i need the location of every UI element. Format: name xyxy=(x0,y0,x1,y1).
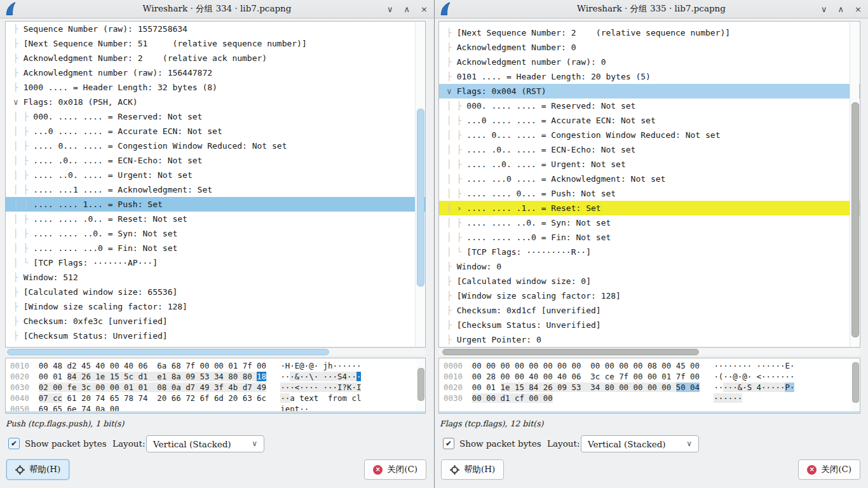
close-button[interactable]: × 关闭(C) xyxy=(798,459,860,480)
tree-row[interactable]: │ ├ .... 0... .... = Congestion Window R… xyxy=(6,139,425,153)
hex-vertical-scrollbar-thumb[interactable] xyxy=(852,362,859,403)
help-button[interactable]: 帮助(H) xyxy=(6,459,69,480)
tree-row[interactable]: │ └ [TCP Flags: ·······AP···] xyxy=(6,255,425,270)
window-title: Wireshark · 分组 334 · lib7.pcapng xyxy=(0,3,434,15)
hex-row[interactable]: 0010 00 48 d2 45 40 00 40 06 6a 68 7f 00… xyxy=(10,360,425,371)
tree-row[interactable]: │ ├ .... .... ...0 = Fin: Not set xyxy=(439,230,860,245)
tree-row[interactable]: ├ [Next Sequence Number: 2 (relative seq… xyxy=(439,25,860,40)
tree-row[interactable]: │ ├ .... .... ..0. = Syn: Not set xyxy=(6,226,425,241)
hex-offset: 0010 xyxy=(444,372,463,381)
close-button[interactable]: × 关闭(C) xyxy=(364,459,426,480)
hex-offset: 0030 xyxy=(444,393,463,403)
tree-row[interactable]: ├ Window: 0 xyxy=(439,259,860,274)
shade-window-icon[interactable]: ∨ xyxy=(821,5,827,13)
tree-row[interactable]: ├ 0101 .... = Header Length: 20 bytes (5… xyxy=(439,69,860,84)
window-title: Wireshark · 分组 335 · lib7.pcapng xyxy=(435,3,868,15)
tree-row[interactable]: ├ Sequence Number (raw): 1557258634 xyxy=(6,22,425,36)
tree-row[interactable]: │ ├ ...0 .... .... = Accurate ECN: Not s… xyxy=(439,113,860,128)
maximize-window-icon[interactable]: ∧ xyxy=(838,5,844,13)
tree-scrollbar-track xyxy=(850,22,859,346)
tree-row[interactable]: │ ├ ...0 .... .... = Accurate ECN: Not s… xyxy=(6,124,425,139)
tree-vertical-scrollbar-thumb[interactable] xyxy=(851,102,859,337)
hex-row[interactable]: 0020 00 01 84 26 1e 15 5c d1 e1 8a 09 53… xyxy=(10,371,425,382)
packet-detail-tree[interactable]: ├ Sequence Number (raw): 1557258634├ [Ne… xyxy=(5,21,426,348)
tree-row[interactable]: ├ Acknowledgment number (raw): 0 xyxy=(439,55,860,69)
tree-row[interactable]: ├ [Window size scaling factor: 128] xyxy=(439,288,860,303)
wireshark-packet-334-dialog: Wireshark · 分组 334 · lib7.pcapng ∨ ∧ × ├… xyxy=(0,0,434,488)
layout-select[interactable]: Vertical (Stacked) ∨ xyxy=(581,435,699,452)
hex-row[interactable]: 0010 00 28 00 00 40 00 40 06 3c ce 7f 00… xyxy=(444,371,860,382)
chevron-down-icon: ∨ xyxy=(252,439,257,448)
help-button[interactable]: 帮助(H) xyxy=(441,459,504,480)
hex-row[interactable]: 0000 00 00 00 00 00 00 00 00 00 00 00 00… xyxy=(444,360,860,371)
tree-row[interactable]: │ ├ .... ...0 .... = Acknowledgment: Not… xyxy=(439,172,860,186)
tree-row[interactable]: │ ├ .... .... ...0 = Fin: Not set xyxy=(6,241,425,255)
tree-row[interactable]: ├ [Checksum Status: Unverified] xyxy=(439,318,860,332)
tree-row[interactable]: ├ Acknowledgment Number: 0 xyxy=(439,40,860,55)
close-window-icon[interactable]: × xyxy=(421,5,428,13)
tree-row[interactable]: ∨ Flags: 0x004 (RST) xyxy=(439,84,860,98)
tree-row[interactable]: │ ├ 000. .... .... = Reserved: Not set xyxy=(439,98,860,113)
tree-row[interactable]: │ › .... .... .1.. = Reset: Set xyxy=(439,201,860,215)
tree-row[interactable]: │ ├ .... 0... .... = Congestion Window R… xyxy=(439,128,860,142)
hex-offset: 0040 xyxy=(10,393,29,403)
hex-row[interactable]: 0030 02 00 fe 3c 00 00 01 01 08 0a d7 49… xyxy=(10,382,425,393)
tree-row[interactable]: ├ [Next Sequence Number: 51 (relative se… xyxy=(6,36,425,51)
show-packet-bytes-checkbox[interactable]: ✔ xyxy=(8,438,20,449)
hex-row[interactable]: 0020 00 01 1e 15 84 26 09 53 34 80 00 00… xyxy=(444,382,860,393)
titlebar[interactable]: Wireshark · 分组 334 · lib7.pcapng ∨ ∧ × xyxy=(0,0,434,18)
tree-horizontal-scrollbar-track xyxy=(5,349,426,355)
layout-label: Layout: xyxy=(547,438,580,449)
help-icon xyxy=(15,465,25,475)
titlebar[interactable]: Wireshark · 分组 335 · lib7.pcapng ∨ ∧ × xyxy=(435,0,868,18)
hex-horizontal-scrollbar[interactable] xyxy=(439,411,860,413)
tree-row[interactable]: ├ Acknowledgment number (raw): 156447872 xyxy=(6,65,425,80)
tree-row[interactable]: │ └ [TCP Flags: ·········R··] xyxy=(439,245,860,259)
layout-select[interactable]: Vertical (Stacked) ∨ xyxy=(146,435,264,452)
tree-row[interactable]: ├ [Window size scaling factor: 128] xyxy=(6,299,425,314)
tree-row[interactable]: ├ Checksum: 0xfe3c [unverified] xyxy=(6,314,425,329)
layout-select-value: Vertical (Stacked) xyxy=(153,439,231,449)
tree-row[interactable]: │ ├ 000. .... .... = Reserved: Not set xyxy=(6,109,425,124)
tree-row[interactable]: ├ [Calculated window size: 65536] xyxy=(6,285,425,299)
tree-scrollbar-track xyxy=(415,22,424,346)
field-info-text: Flags (tcp.flags), 12 bit(s) xyxy=(440,419,544,428)
hex-vertical-scrollbar-thumb[interactable] xyxy=(417,368,424,401)
close-window-icon[interactable]: × xyxy=(855,5,862,13)
tree-row[interactable]: │ ├ .... .... 0... = Push: Not set xyxy=(439,186,860,201)
tree-row[interactable]: ├ [Calculated window size: 0] xyxy=(439,274,860,288)
tree-vertical-scrollbar-thumb[interactable] xyxy=(417,109,424,287)
tree-horizontal-scrollbar-thumb[interactable] xyxy=(7,349,329,355)
hex-offset: 0020 xyxy=(10,372,29,381)
tree-row[interactable]: │ ├ .... .0.. .... = ECN-Echo: Not set xyxy=(6,153,425,168)
packet-detail-tree[interactable]: ├ [Next Sequence Number: 2 (relative seq… xyxy=(438,21,860,348)
tree-row[interactable]: │ ├ .... ..0. .... = Urgent: Not set xyxy=(6,168,425,182)
hex-offset: 0020 xyxy=(444,383,463,392)
tree-row[interactable]: │ ├ .... ..0. .... = Urgent: Not set xyxy=(439,157,860,172)
layout-select-value: Vertical (Stacked) xyxy=(588,439,666,449)
tree-row[interactable]: │ ├ .... .0.. .... = ECN-Echo: Not set xyxy=(439,142,860,157)
tree-row[interactable]: ∨ Flags: 0x018 (PSH, ACK) xyxy=(6,95,425,109)
show-packet-bytes-label: Show packet bytes xyxy=(25,438,107,449)
tree-row[interactable]: │ ├ .... .... ..0. = Syn: Not set xyxy=(439,215,860,230)
hex-row[interactable]: 0030 00 00 d1 cf 00 00 ······ xyxy=(444,393,860,403)
show-packet-bytes-checkbox[interactable]: ✔ xyxy=(443,438,454,449)
tree-row[interactable]: ├ [Checksum Status: Unverified] xyxy=(6,329,425,343)
packet-bytes-pane[interactable]: 0010 00 48 d2 45 40 00 40 06 6a 68 7f 00… xyxy=(5,358,426,414)
tree-row[interactable]: ├ 1000 .... = Header Length: 32 bytes (8… xyxy=(6,80,425,95)
help-button-label: 帮助(H) xyxy=(464,464,495,475)
hex-horizontal-scrollbar[interactable] xyxy=(6,411,425,413)
tree-row[interactable]: ├ Window: 512 xyxy=(6,270,425,285)
close-button-label: 关闭(C) xyxy=(387,464,417,475)
tree-row[interactable]: ├ Urgent Pointer: 0 xyxy=(439,332,860,347)
tree-row[interactable]: ├ Acknowledgment Number: 2 (relative ack… xyxy=(6,51,425,65)
hex-row[interactable]: 0040 07 cc 61 20 74 65 78 74 20 66 72 6f… xyxy=(10,393,425,403)
tree-row[interactable]: │ ├ .... .... .0.. = Reset: Not set xyxy=(6,212,425,226)
packet-bytes-pane[interactable]: 0000 00 00 00 00 00 00 00 00 00 00 00 00… xyxy=(438,358,860,414)
tree-row[interactable]: │ ├ .... ...1 .... = Acknowledgment: Set xyxy=(6,182,425,197)
shade-window-icon[interactable]: ∨ xyxy=(387,5,393,13)
tree-horizontal-scrollbar-thumb[interactable] xyxy=(442,349,699,355)
tree-row[interactable]: │ ├ .... .... 1... = Push: Set xyxy=(6,197,425,212)
tree-row[interactable]: ├ Checksum: 0xd1cf [unverified] xyxy=(439,303,860,318)
maximize-window-icon[interactable]: ∧ xyxy=(404,5,410,13)
